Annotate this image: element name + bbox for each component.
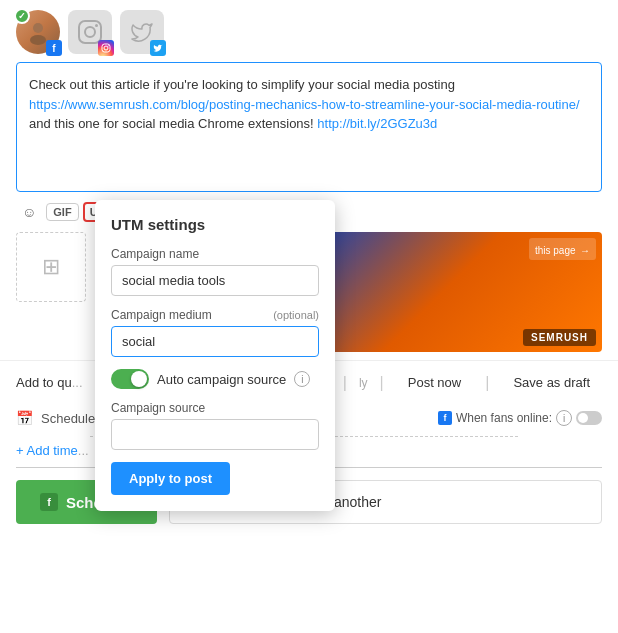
campaign-medium-label: Campaign medium (optional) [111,308,319,322]
info-icon[interactable]: i [556,410,572,426]
post-text-intro: Check out this article if you're looking… [29,77,455,92]
facebook-badge: f [46,40,62,56]
instagram-logo-small [101,43,111,53]
campaign-name-label-text: Campaign name [111,247,199,261]
gif-label: GIF [53,206,71,218]
apply-btn-label: Apply to post [129,471,212,486]
avatar-facebook[interactable]: f [16,10,60,54]
avatar-row: f [0,0,618,62]
svg-rect-2 [79,21,101,43]
add-time-label: + Add time [16,443,78,458]
when-fans-toggle[interactable] [576,411,602,425]
gif-button[interactable]: GIF [46,203,78,221]
facebook-icon-small: f [438,411,452,425]
add-image-button[interactable]: ⊞ [16,232,86,302]
apply-to-post-button[interactable]: Apply to post [111,462,230,495]
auto-campaign-toggle[interactable] [111,369,149,389]
post-now-label: Post now [408,375,461,390]
this-page-label: this page → [529,238,596,260]
svg-rect-5 [102,44,110,52]
post-text-content: Check out this article if you're looking… [29,75,589,134]
separator-1: | [339,374,351,392]
when-fans-online: f When fans online: i [438,410,602,426]
auto-campaign-row: Auto campaign source i [111,369,319,389]
campaign-medium-input[interactable] [111,326,319,357]
instagram-platform-badge [98,40,114,56]
campaign-medium-group: Campaign medium (optional) [111,308,319,357]
campaign-source-label-text: Campaign source [111,401,205,415]
save-draft-label: Save as draft [513,375,590,390]
campaign-source-input[interactable] [111,419,319,450]
campaign-source-label: Campaign source [111,401,319,415]
toggle-knob-handle [131,371,147,387]
post-link-1[interactable]: https://www.semrush.com/blog/posting-mec… [29,97,580,112]
arrow-icon: → [580,245,590,256]
svg-point-3 [85,27,95,37]
utm-popup-title: UTM settings [111,216,319,233]
campaign-name-group: Campaign name [111,247,319,296]
campaign-name-label: Campaign name [111,247,319,261]
utm-popup: UTM settings Campaign name Campaign medi… [95,200,335,511]
post-now-button[interactable]: Post now [396,369,473,396]
svg-point-7 [108,45,109,46]
svg-point-4 [95,24,98,27]
svg-point-0 [33,23,43,33]
when-fans-label: When fans online: [456,411,552,425]
twitter-logo-small [153,43,163,53]
calendar-icon: 📅 [16,410,33,426]
auto-campaign-info-icon[interactable]: i [294,371,310,387]
add-image-icon: ⊞ [42,254,60,280]
emoji-button[interactable]: ☺ [16,200,42,224]
separator-3: | [481,374,493,392]
svg-point-6 [104,46,108,50]
campaign-source-group: Campaign source [111,401,319,450]
emoji-icon: ☺ [22,204,36,220]
separator-label: ly [359,376,368,390]
campaign-medium-label-text: Campaign medium [111,308,212,322]
semrush-badge: SEMRUSH [523,329,596,346]
auto-campaign-label: Auto campaign source [157,372,286,387]
twitter-platform-badge [150,40,166,56]
twitter-icon-avatar[interactable] [120,10,164,54]
toggle-knob [578,413,588,423]
when-fans-row: f When fans online: i [438,410,602,426]
schedule-fb-icon: f [40,493,58,511]
post-link-2[interactable]: http://bit.ly/2GGZu3d [317,116,437,131]
separator-2: | [376,374,388,392]
campaign-name-input[interactable] [111,265,319,296]
add-queue-ellipsis: ... [72,375,83,390]
post-text-area[interactable]: Check out this article if you're looking… [16,62,602,192]
svg-point-1 [30,35,46,45]
post-text-2: and this one for social media Chrome ext… [29,116,314,131]
add-time-button[interactable]: + Add time... [16,443,89,458]
avatar-check-icon [14,8,30,24]
instagram-icon-avatar[interactable] [68,10,112,54]
save-draft-button[interactable]: Save as draft [501,369,602,396]
campaign-medium-optional: (optional) [273,309,319,321]
add-queue-text: Add to qu [16,375,72,390]
main-container: f [0,0,618,633]
